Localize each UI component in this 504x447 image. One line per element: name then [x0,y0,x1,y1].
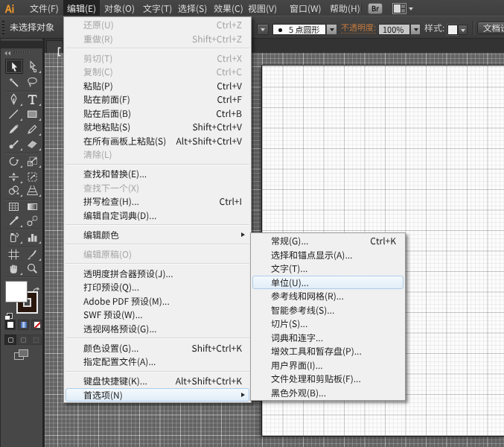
edit-menu-item-paste[interactable]: 粘贴(P)Ctrl+V [64,79,251,93]
workspace-switcher-icon[interactable] [392,3,406,14]
draw-inside-button[interactable] [30,335,42,345]
pref-submenu-item-guides-grid[interactable]: 参考线和网格(R)... [251,289,405,303]
opacity-caret[interactable] [410,24,421,35]
pref-submenu-item-smart-guides[interactable]: 智能参考线(S)... [251,303,405,317]
pref-submenu-item-general[interactable]: 常规(G)...Ctrl+K [251,234,405,248]
shape-builder-tool-icon[interactable] [5,183,23,198]
fill-color-swatch[interactable] [5,281,28,302]
pref-submenu-item-user-interface[interactable]: 用户界面(I)... [251,358,405,372]
menubar-item-type[interactable]: 文字(T) [139,0,176,16]
stroke-options-dropdown[interactable] [257,24,269,35]
menubar-item-file[interactable]: 文件(F) [26,0,63,16]
document-tab[interactable] [46,40,63,53]
scale-tool-icon[interactable] [24,153,42,168]
draw-normal-button[interactable] [4,335,16,345]
lasso-tool-icon[interactable] [24,74,42,89]
menu-item-shortcut: Ctrl+C [216,65,242,79]
eraser-tool-icon[interactable] [24,137,42,152]
edit-menu-item-pdf-presets[interactable]: Adobe PDF 预设(M)... [64,294,251,308]
selection-tool-icon[interactable] [5,59,23,74]
none-fill-button[interactable] [31,320,42,330]
magic-wand-tool-icon[interactable] [5,74,23,89]
edit-menu-item-perspective-grid-presets[interactable]: 透视网格预设(G)... [64,322,251,336]
rectangle-tool-icon[interactable] [24,107,42,121]
pref-submenu-item-selection-anchor[interactable]: 选择和锚点显示(A)... [251,248,405,262]
menubar-item-window[interactable]: 窗口(W) [286,0,325,16]
edit-menu-item-print-presets[interactable]: 打印预设(Q)... [64,280,251,294]
menubar-item-view[interactable]: 视图(V) [244,0,281,16]
color-fill-button[interactable] [4,320,16,330]
menubar-item-help[interactable]: 帮助(H) [326,0,364,16]
collapse-panel-icon[interactable] [4,42,11,60]
pref-submenu-item-slices[interactable]: 切片(S)... [251,317,405,331]
pref-submenu-item-type[interactable]: 文字(T)... [251,261,405,276]
menubar-item-effect[interactable]: 效果(C) [210,0,247,16]
style-caret[interactable] [458,25,468,35]
brush-combo-caret[interactable] [326,24,337,35]
pen-tool-icon[interactable] [5,92,23,107]
edit-menu-item-find-replace[interactable]: 查找和替换(E)... [64,167,251,181]
opacity-value-field[interactable]: 100% [378,24,410,35]
edit-menu-item-paste-in-front[interactable]: 贴在前面(F)Ctrl+F [64,92,251,107]
edit-menu-item-cut[interactable]: 剪切(T)Ctrl+X [64,51,251,66]
edit-menu-item-flattener-presets[interactable]: 透明度拼合器预设(J)... [64,267,251,281]
draw-behind-button[interactable] [17,335,29,345]
menubar-item-object[interactable]: 对象(O) [101,0,138,16]
symbol-sprayer-tool-icon[interactable] [5,229,23,244]
bridge-button[interactable]: Br [368,3,383,14]
zoom-tool-icon[interactable] [24,261,42,276]
edit-menu-item-find-next[interactable]: 查找下一个(X) [64,181,251,195]
style-swatch[interactable] [447,25,458,35]
gradient-tool-icon[interactable] [24,199,42,214]
edit-menu-item-color-settings[interactable]: 颜色设置(G)...Shift+Ctrl+K [64,341,251,355]
document-setup-button[interactable]: 文档设置 [477,22,504,34]
eyedropper-tool-icon[interactable] [5,214,23,229]
edit-menu-item-paste-in-place[interactable]: 就地粘贴(S)Shift+Ctrl+V [64,120,251,134]
pref-submenu-item-file-clipboard[interactable]: 文件处理和剪贴板(F)... [251,372,405,386]
pencil-tool-icon[interactable] [24,122,42,137]
opacity-link[interactable]: 不透明度: [341,16,376,39]
edit-menu-item-preferences[interactable]: 首选项(N) [64,388,251,402]
edit-menu-item-paste-in-back[interactable]: 贴在后面(B)Ctrl+B [64,107,251,121]
menubar-item-select[interactable]: 选择(S) [174,0,211,16]
edit-menu-item-redo[interactable]: 重做(R)Shift+Ctrl+Z [64,32,251,46]
menubar-item-edit[interactable]: 编辑(E) [63,0,100,16]
edit-menu-item-keyboard-shortcuts[interactable]: 键盘快捷键(K)...Alt+Shift+Ctrl+K [64,374,251,388]
edit-menu-item-edit-dictionary[interactable]: 编辑自定词典(D)... [64,209,251,223]
pref-submenu-item-hyphenation[interactable]: 词典和连字... [251,331,405,345]
screen-mode-button[interactable] [14,349,29,361]
paintbrush-tool-icon[interactable] [5,122,23,137]
direct-selection-tool-icon[interactable] [24,59,42,74]
tools-panel-header[interactable] [1,40,43,48]
column-graph-tool-icon[interactable] [24,229,42,244]
brush-definition-combo[interactable]: 5 点圆形 [272,24,326,35]
rotate-tool-icon[interactable] [5,153,23,168]
pref-submenu-item-black-appearance[interactable]: 黑色外观(B)... [251,386,405,400]
edit-menu-item-edit-colors[interactable]: 编辑颜色 [64,228,251,242]
workspace-caret-icon[interactable] [409,7,413,10]
gradient-fill-button[interactable] [18,320,29,330]
edit-menu-item-copy[interactable]: 复制(C)Ctrl+C [64,65,251,79]
edit-menu-item-undo[interactable]: 还原(U)Ctrl+Z [64,18,251,32]
pref-submenu-item-plugins-scratch[interactable]: 增效工具和暂存盘(P)... [251,344,405,358]
edit-menu-item-edit-original[interactable]: 编辑原稿(O) [64,247,251,261]
edit-menu-item-check-spelling[interactable]: 拼写检查(H)...Ctrl+I [64,194,251,209]
edit-menu-item-clear[interactable]: 清除(L) [64,148,251,162]
perspective-grid-tool-icon[interactable] [24,183,42,198]
edit-menu-item-paste-on-artboards[interactable]: 在所有画板上粘贴(S)Alt+Shift+Ctrl+V [64,134,251,148]
edit-menu-item-swf-presets[interactable]: SWF 预设(W)... [64,308,251,322]
tools-panel-grip[interactable] [14,51,30,53]
type-tool-icon[interactable] [24,92,42,107]
blob-brush-tool-icon[interactable] [5,137,23,152]
line-segment-tool-icon[interactable] [5,107,23,121]
free-transform-tool-icon[interactable] [24,169,42,184]
slice-tool-icon[interactable] [24,247,42,262]
controlbar-grip[interactable] [2,21,4,34]
pref-submenu-item-units[interactable]: 单位(U)... [251,276,405,290]
hand-tool-icon[interactable] [5,261,23,276]
edit-menu-item-assign-profile[interactable]: 指定配置文件(A)... [64,355,251,369]
width-tool-icon[interactable] [5,169,23,184]
blend-tool-icon[interactable] [24,214,42,229]
artboard-tool-icon[interactable] [5,247,23,262]
mesh-tool-icon[interactable] [5,199,23,214]
